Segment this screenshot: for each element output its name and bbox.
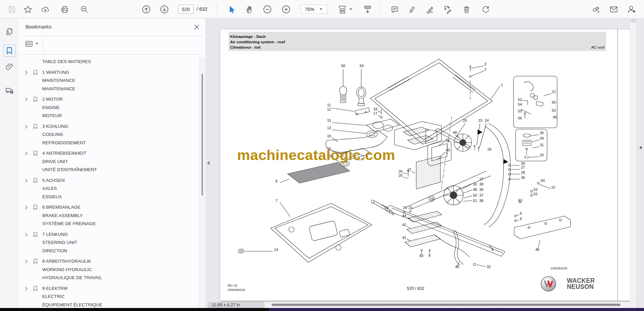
delete-icon[interactable]: [462, 4, 472, 14]
machine-info-icon[interactable]: [4, 85, 15, 96]
chevron-right-icon[interactable]: [24, 70, 29, 75]
bookmark-label-line[interactable]: MAINTENANCE: [42, 85, 199, 93]
save-icon[interactable]: [7, 4, 17, 14]
attachments-icon[interactable]: [4, 61, 15, 72]
bookmark-item[interactable]: 4 ANTRIEBSEINHEITDRIVE UNITUNITÉ D'ENTRA…: [18, 149, 199, 174]
scrolling-mode-icon[interactable]: [363, 4, 373, 14]
chevron-right-icon[interactable]: [24, 124, 29, 129]
bookmark-label-line[interactable]: UNITÉ D'ENTRAÎNEMENT: [42, 166, 199, 174]
vertical-scrollbar[interactable]: [630, 18, 637, 302]
hand-tool-icon[interactable]: [245, 4, 255, 14]
bookmark-label[interactable]: 1 WARTUNG: [42, 68, 199, 77]
part-number-label: 41: [402, 236, 406, 240]
star-icon[interactable]: [23, 4, 33, 14]
scrollbar-thumb[interactable]: [631, 19, 636, 22]
bookmark-label-line[interactable]: ELECTRIC: [42, 293, 199, 301]
bookmark-label-line[interactable]: DRIVE UNIT: [42, 158, 199, 166]
search-icon[interactable]: [79, 4, 89, 14]
chevron-right-icon[interactable]: [24, 178, 29, 183]
bookmark-label-line[interactable]: DIRECTION: [42, 247, 199, 255]
bookmark-item[interactable]: TABLE DES MATIERES: [18, 58, 199, 66]
bookmarks-scrollbar[interactable]: [199, 57, 205, 308]
share-upload-icon[interactable]: [40, 4, 50, 14]
bookmark-item[interactable]: 5 ACHSENAXLESESSIEUX: [18, 176, 199, 201]
chevron-right-icon[interactable]: [24, 205, 29, 210]
bookmark-icon: [33, 232, 38, 237]
bookmark-item[interactable]: 9 ELEKTRIKELECTRICÉQUIPEMENT ÉLECTRIQUE: [18, 284, 199, 308]
print-icon[interactable]: [60, 4, 70, 14]
bookmark-label-line[interactable]: BRAKE ASSEMBLY: [42, 212, 199, 220]
bookmark-label-line[interactable]: MOTEUR: [42, 112, 199, 120]
close-icon[interactable]: [193, 23, 201, 31]
scrollbar-thumb[interactable]: [272, 304, 621, 306]
bookmark-label-line[interactable]: HYDRAULIQUE DE TRAVAIL: [42, 274, 199, 282]
horizontal-scrollbar[interactable]: [264, 302, 637, 308]
highlight-icon[interactable]: [407, 4, 417, 14]
zoom-level-select[interactable]: 75%: [301, 5, 327, 14]
bookmark-item[interactable]: 1 WARTUNGMAINTENANCEMAINTENANCE: [18, 68, 199, 93]
bookmark-item[interactable]: 7 LENKUNGSTEERING UNITDIRECTION: [18, 230, 199, 255]
page-number-input[interactable]: [178, 5, 194, 14]
chevron-down-icon[interactable]: [350, 8, 352, 10]
fill-and-sign-icon[interactable]: [442, 4, 452, 14]
bookmark-label-line[interactable]: STEERING UNIT: [42, 239, 199, 247]
redo-icon[interactable]: [481, 4, 491, 14]
sign-icon[interactable]: [425, 4, 435, 14]
page-up-icon[interactable]: [141, 4, 151, 14]
part-number-label: 38: [479, 199, 483, 203]
bookmarks-panel-icon[interactable]: [4, 45, 15, 56]
document-codes: 351-15 1000394233: [227, 283, 245, 292]
select-tool-icon[interactable]: [226, 4, 236, 14]
part-number-label: 12: [327, 107, 331, 111]
chevron-right-icon[interactable]: [24, 259, 29, 264]
bookmark-label-line[interactable]: AXLES: [42, 185, 199, 193]
chevron-right-icon[interactable]: [24, 151, 29, 156]
email-icon[interactable]: [609, 4, 619, 14]
bookmark-label-line[interactable]: COOLING: [42, 131, 199, 139]
bookmark-label-line[interactable]: MAINTENANCE: [42, 76, 199, 85]
bookmark-options-button[interactable]: [25, 40, 38, 48]
part-number-label: 50: [473, 193, 477, 197]
bookmark-label-line[interactable]: REFROIDISSEMENT: [42, 139, 199, 147]
bookmark-label-line[interactable]: ÉQUIPEMENT ÉLECTRIQUE: [42, 301, 199, 308]
section-tag: AC-roof: [591, 45, 604, 49]
bookmark-label[interactable]: 9 ELEKTRIK: [42, 284, 199, 293]
bookmark-label[interactable]: TABLE DES MATIERES: [42, 58, 199, 66]
fit-width-icon[interactable]: [337, 4, 347, 14]
bookmark-label[interactable]: 3 KÜHLUNG: [42, 122, 199, 131]
chevron-right-icon[interactable]: [24, 287, 29, 291]
bookmark-label[interactable]: 7 LENKUNG: [42, 230, 199, 239]
zoom-in-icon[interactable]: [281, 4, 291, 14]
bookmark-label-line[interactable]: WORKING HYDRAULIC: [42, 266, 199, 274]
share-link-icon[interactable]: [591, 4, 601, 14]
chevron-right-icon[interactable]: [24, 232, 29, 237]
part-number-label: 58: [341, 64, 345, 68]
bookmark-label-line[interactable]: SYSTÈME DE FREINAGE: [42, 220, 199, 228]
watermark-text: machinecatalogic.com: [237, 147, 395, 163]
part-number-label: 27: [521, 165, 525, 169]
title-fr: Climatiseur - toit: [230, 45, 261, 50]
bookmark-item[interactable]: 6 BREMSANLAGEBRAKE ASSEMBLYSYSTÈME DE FR…: [18, 203, 199, 228]
bookmark-item[interactable]: 3 KÜHLUNGCOOLINGREFROIDISSEMENT: [18, 122, 199, 147]
part-number-label: 20: [463, 118, 467, 122]
scrollbar-thumb[interactable]: [202, 74, 203, 196]
bookmark-label[interactable]: 2 MOTOR: [42, 95, 199, 104]
bookmark-label[interactable]: 5 ACHSEN: [42, 176, 199, 185]
zoom-out-icon[interactable]: [262, 4, 272, 14]
bookmark-label[interactable]: 4 ANTRIEBSEINHEIT: [42, 149, 199, 158]
collapse-sidebar-arrow-icon[interactable]: [207, 161, 210, 165]
bookmark-item[interactable]: 8 ARBEITSHYDRAULIKWORKING HYDRAULICHYDRA…: [18, 257, 199, 282]
bookmark-label[interactable]: 8 ARBEITSHYDRAULIK: [42, 257, 199, 266]
collapse-tools-arrow-icon[interactable]: [639, 146, 642, 149]
chevron-right-icon[interactable]: [24, 97, 29, 102]
bookmark-item[interactable]: 2 MOTORENGINEMOTEUR: [18, 95, 199, 120]
bookmark-label-line[interactable]: ENGINE: [42, 104, 199, 112]
part-number-label: 32: [487, 265, 491, 269]
share-people-icon[interactable]: [627, 4, 637, 14]
doc-code-line: 351-15: [227, 283, 245, 288]
page-thumbnails-icon[interactable]: [4, 26, 15, 37]
bookmark-label[interactable]: 6 BREMSANLAGE: [42, 203, 199, 212]
comment-icon[interactable]: [390, 4, 400, 14]
bookmark-label-line[interactable]: ESSIEUX: [42, 193, 199, 201]
page-down-icon[interactable]: [159, 4, 169, 14]
